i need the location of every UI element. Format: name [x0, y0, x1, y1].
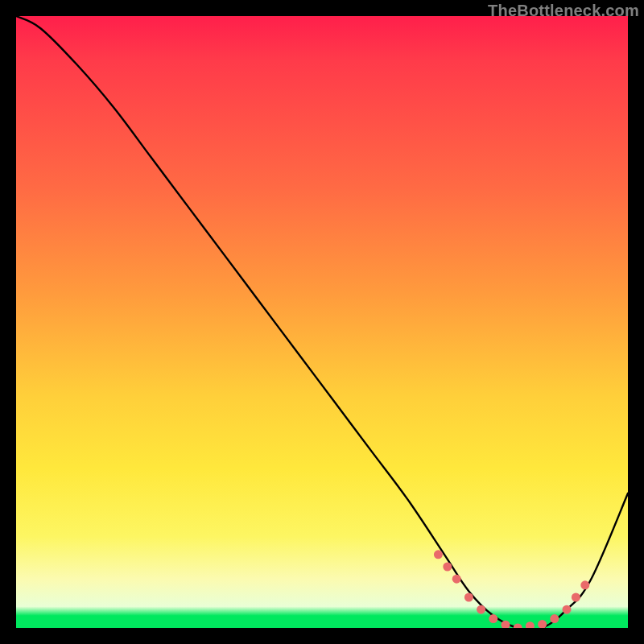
chart-frame: TheBottleneck.com: [0, 0, 644, 644]
highlight-dot: [538, 620, 547, 628]
highlight-dot: [563, 605, 572, 614]
plot-area: [16, 16, 628, 628]
highlight-dot: [526, 621, 535, 628]
highlight-dot: [580, 580, 589, 589]
highlight-dot: [443, 563, 452, 572]
highlight-dot: [452, 575, 461, 584]
bottleneck-curve: [16, 16, 628, 628]
highlight-dot: [572, 593, 580, 602]
highlight-dot: [514, 624, 522, 629]
highlight-dot: [477, 605, 485, 614]
highlight-dot: [434, 550, 443, 559]
highlight-dots: [434, 550, 589, 628]
highlight-dot: [550, 614, 559, 623]
highlight-dot: [464, 593, 473, 602]
highlight-dot: [489, 614, 497, 623]
chart-svg: [16, 16, 628, 628]
